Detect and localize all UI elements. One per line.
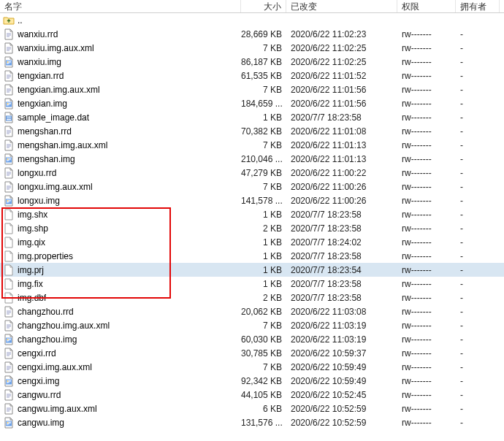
- table-row[interactable]: tengxian.img184,659 ...2020/6/22 11:01:5…: [0, 96, 504, 110]
- file-name: mengshan.img: [18, 154, 75, 164]
- table-row[interactable]: longxu.img141,578 ...2020/6/22 11:00:26r…: [0, 193, 504, 207]
- file-perm: rw-------: [397, 210, 456, 220]
- file-owner: -: [456, 210, 500, 220]
- file-size: 6 KB: [241, 404, 286, 414]
- file-name: wanxiu.rrd: [18, 29, 58, 39]
- file-perm: rw-------: [397, 307, 456, 317]
- file-owner: -: [456, 99, 500, 109]
- file-owner: -: [456, 348, 500, 358]
- doc-icon: [3, 84, 15, 96]
- header-perm[interactable]: 权限: [397, 0, 456, 12]
- file-perm: rw-------: [397, 168, 456, 178]
- svg-rect-5: [7, 118, 12, 120]
- file-owner: -: [456, 279, 500, 289]
- doc-icon: [3, 320, 15, 331]
- file-date: 2020/6/22 11:00:26: [286, 196, 397, 206]
- file-date: 2020/7/7 18:23:58: [286, 279, 397, 289]
- file-date: 2020/6/22 11:03:08: [286, 307, 397, 317]
- table-row[interactable]: longxu.rrd47,279 KB2020/6/22 11:00:22rw-…: [0, 166, 504, 180]
- header-size[interactable]: 大小: [241, 0, 286, 12]
- table-row[interactable]: wanxiu.img86,187 KB2020/6/22 11:02:25rw-…: [0, 55, 504, 69]
- table-row[interactable]: mengshan.rrd70,382 KB2020/6/22 11:01:08r…: [0, 124, 504, 138]
- table-row[interactable]: cangwu.img131,576 ...2020/6/22 10:52:59r…: [0, 415, 504, 429]
- file-size: 1 KB: [241, 251, 286, 261]
- table-row[interactable]: changzhou.img.aux.xml7 KB2020/6/22 11:03…: [0, 318, 504, 332]
- svg-point-7: [7, 158, 9, 160]
- file-owner: -: [456, 237, 500, 248]
- blank-icon: [3, 278, 15, 290]
- blank-icon: [3, 250, 15, 262]
- file-date: 2020/6/22 11:01:08: [286, 126, 397, 137]
- file-perm: rw-------: [397, 112, 456, 123]
- file-size: 28,669 KB: [241, 29, 286, 39]
- table-row[interactable]: cangwu.rrd44,105 KB2020/6/22 10:52:45rw-…: [0, 388, 504, 402]
- table-row[interactable]: img.shx1 KB2020/7/7 18:23:58rw--------: [0, 207, 504, 221]
- blank-icon: [3, 223, 15, 234]
- table-row[interactable]: img.qix1 KB2020/7/7 18:24:02rw--------: [0, 235, 504, 249]
- file-perm: rw-------: [397, 99, 456, 109]
- header-date[interactable]: 已改变: [286, 0, 397, 12]
- file-size: 7 KB: [241, 182, 286, 192]
- file-size: 92,342 KB: [241, 376, 286, 386]
- file-date: 2020/6/22 11:03:19: [286, 321, 397, 331]
- table-row[interactable]: mengshan.img210,046 ...2020/6/22 11:01:1…: [0, 152, 504, 166]
- table-row[interactable]: tengxian.rrd61,535 KB2020/6/22 11:01:52r…: [0, 69, 504, 83]
- file-perm: rw-------: [397, 182, 456, 192]
- file-perm: rw-------: [397, 348, 456, 358]
- file-list: .. wanxiu.rrd28,669 KB2020/6/22 11:02:23…: [0, 13, 504, 429]
- file-name: mengshan.img.aux.xml: [18, 140, 107, 150]
- file-owner: -: [456, 43, 500, 53]
- file-perm: rw-------: [397, 376, 456, 386]
- table-row[interactable]: img.dbf2 KB2020/7/7 18:23:58rw--------: [0, 291, 504, 304]
- file-date: 2020/6/22 11:01:13: [286, 154, 397, 164]
- file-owner: -: [456, 376, 500, 386]
- table-row[interactable]: cengxi.img92,342 KB2020/6/22 10:59:49rw-…: [0, 374, 504, 388]
- file-perm: rw-------: [397, 29, 456, 39]
- column-header-row: 名字 大小 已改变 权限 拥有者: [0, 0, 504, 13]
- table-row[interactable]: cangwu.img.aux.xml6 KB2020/6/22 10:52:59…: [0, 402, 504, 415]
- file-size: 1 KB: [241, 265, 286, 275]
- table-row[interactable]: cengxi.rrd30,785 KB2020/6/22 10:59:37rw-…: [0, 346, 504, 360]
- file-owner: -: [456, 307, 500, 317]
- table-row[interactable]: mengshan.img.aux.xml7 KB2020/6/22 11:01:…: [0, 138, 504, 152]
- table-row[interactable]: img.fix1 KB2020/7/7 18:23:58rw--------: [0, 277, 504, 291]
- file-owner: -: [456, 29, 500, 39]
- file-name: cangwu.rrd: [18, 390, 61, 400]
- updir-row[interactable]: ..: [0, 13, 504, 27]
- doc-icon: [3, 70, 15, 82]
- table-row[interactable]: img.prj1 KB2020/7/7 18:23:54rw--------: [0, 263, 504, 277]
- file-date: 2020/6/22 11:01:56: [286, 85, 397, 95]
- table-row[interactable]: changzhou.rrd20,062 KB2020/6/22 11:03:08…: [0, 304, 504, 318]
- file-owner: -: [456, 57, 500, 67]
- table-row[interactable]: img.shp2 KB2020/7/7 18:23:58rw--------: [0, 221, 504, 235]
- file-perm: rw-------: [397, 265, 456, 275]
- table-row[interactable]: changzhou.img60,030 KB2020/6/22 11:03:19…: [0, 332, 504, 346]
- table-row[interactable]: sample_image.dat1 KB2020/7/7 18:23:58rw-…: [0, 110, 504, 124]
- table-row[interactable]: cengxi.img.aux.xml7 KB2020/6/22 10:59:49…: [0, 360, 504, 374]
- file-size: 30,785 KB: [241, 348, 286, 358]
- file-size: 1 KB: [241, 237, 286, 248]
- file-size: 2 KB: [241, 293, 286, 303]
- table-row[interactable]: wanxiu.img.aux.xml7 KB2020/6/22 11:02:25…: [0, 41, 504, 55]
- dat-icon: [3, 112, 15, 123]
- file-name: tengxian.rrd: [18, 71, 64, 81]
- header-name[interactable]: 名字: [0, 0, 241, 12]
- header-owner[interactable]: 拥有者: [456, 0, 500, 12]
- table-row[interactable]: tengxian.img.aux.xml7 KB2020/6/22 11:01:…: [0, 83, 504, 96]
- file-date: 2020/6/22 10:52:59: [286, 418, 397, 428]
- file-perm: rw-------: [397, 57, 456, 67]
- file-perm: rw-------: [397, 334, 456, 345]
- file-name: longxu.img: [18, 196, 60, 206]
- file-date: 2020/6/22 11:03:19: [286, 334, 397, 345]
- table-row[interactable]: wanxiu.rrd28,669 KB2020/6/22 11:02:23rw-…: [0, 27, 504, 41]
- file-size: 7 KB: [241, 140, 286, 150]
- doc-icon: [3, 126, 15, 137]
- table-row[interactable]: img.properties1 KB2020/7/7 18:23:58rw---…: [0, 249, 504, 263]
- file-name: mengshan.rrd: [18, 126, 72, 137]
- file-size: 47,279 KB: [241, 168, 286, 178]
- file-name: wanxiu.img: [18, 57, 61, 67]
- file-owner: -: [456, 321, 500, 331]
- file-name: longxu.img.aux.xml: [18, 182, 93, 192]
- table-row[interactable]: longxu.img.aux.xml7 KB2020/6/22 11:00:26…: [0, 180, 504, 193]
- file-name: cangwu.img: [18, 418, 64, 428]
